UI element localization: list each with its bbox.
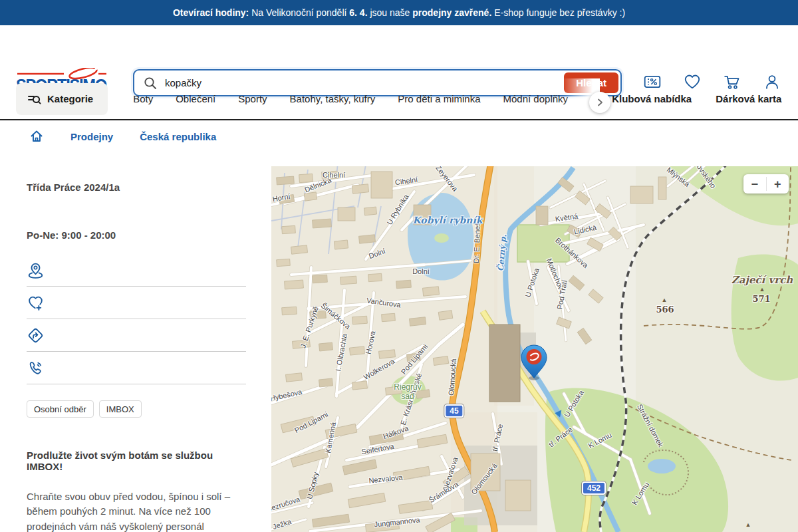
zoom-out-button[interactable]: − bbox=[743, 174, 766, 194]
heart-plus-icon bbox=[27, 294, 45, 312]
nav-item-doplnky[interactable]: Módní doplňky bbox=[503, 93, 569, 104]
breadcrumb: Prodejny Česká republika bbox=[29, 129, 216, 144]
store-badges: Osobní odběr IMBOX bbox=[27, 400, 246, 418]
badge-imbox: IMBOX bbox=[99, 400, 142, 418]
phone-icon bbox=[27, 359, 45, 377]
store-hours: Po-Ne: 9:00 - 20:00 bbox=[27, 229, 246, 241]
home-icon[interactable] bbox=[29, 129, 44, 144]
nav-item-sporty[interactable]: Sporty bbox=[238, 93, 267, 104]
store-address: Třída Práce 2024/1a bbox=[27, 182, 246, 193]
imbox-title: Prodlužte život svým botám se službou IM… bbox=[27, 450, 246, 472]
categories-label: Kategorie bbox=[47, 93, 93, 104]
announcement-bold: Otevírací hodiny: bbox=[173, 7, 249, 18]
nav-bold-items: Klubová nabídka Dárková karta bbox=[612, 93, 781, 104]
category-search-icon bbox=[27, 92, 41, 106]
badge-osobni-odber: Osobní odběr bbox=[27, 400, 94, 418]
nav-item-boty[interactable]: Boty bbox=[133, 93, 153, 104]
store-info-panel: Třída Práce 2024/1a Po-Ne: 9:00 - 20:00 … bbox=[27, 176, 246, 532]
chevron-right-icon bbox=[595, 97, 605, 108]
store-marker-pin[interactable] bbox=[521, 344, 547, 380]
header: SPORTISIMO Hledat bbox=[0, 25, 798, 78]
map-zoom-controls: − + bbox=[743, 174, 789, 194]
store-row-favorite[interactable] bbox=[27, 287, 246, 319]
store-map[interactable]: CihelníCihelníDělnickáHorníZeyerovaU Ryb… bbox=[271, 166, 798, 532]
nav-item-obleceni[interactable]: Oblečení bbox=[176, 93, 215, 104]
directions-icon bbox=[27, 327, 45, 344]
location-icon bbox=[27, 261, 45, 279]
nav-item-klubova-nabidka[interactable]: Klubová nabídka bbox=[612, 93, 692, 104]
nav-scroll-next-button[interactable] bbox=[589, 92, 610, 113]
imbox-text: Chraňte svou obuv před vodou, špínou i s… bbox=[27, 489, 246, 532]
categories-button[interactable]: Kategorie bbox=[16, 83, 108, 115]
store-row-phone[interactable] bbox=[27, 352, 246, 384]
main-nav: Kategorie Boty Oblečení Sporty Batohy, t… bbox=[0, 78, 798, 120]
nav-item-batohy[interactable]: Batohy, tašky, kufry bbox=[290, 93, 376, 104]
breadcrumb-ceska-republika[interactable]: Česká republika bbox=[140, 131, 216, 142]
nav-item-deti[interactable]: Pro děti a miminka bbox=[398, 93, 480, 104]
store-row-location[interactable] bbox=[27, 254, 246, 287]
nav-item-darkova-karta[interactable]: Dárková karta bbox=[716, 93, 781, 104]
zoom-in-button[interactable]: + bbox=[766, 174, 789, 194]
announcement-bar: Otevírací hodiny: Na Velikonoční pondělí… bbox=[0, 0, 798, 25]
breadcrumb-prodejny[interactable]: Prodejny bbox=[70, 131, 113, 142]
store-row-directions[interactable] bbox=[27, 319, 246, 352]
page: Otevírací hodiny: Na Velikonoční pondělí… bbox=[0, 0, 798, 532]
nav-items: Boty Oblečení Sporty Batohy, tašky, kufr… bbox=[133, 93, 592, 104]
